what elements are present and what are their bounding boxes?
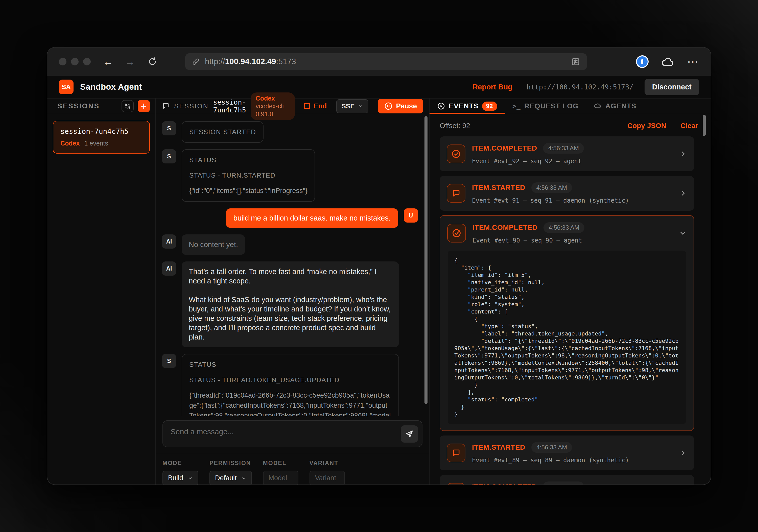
session-list-item[interactable]: session-7un4c7h5 Codex 1 events	[53, 121, 150, 153]
session-label: SESSION	[174, 102, 209, 110]
event-type-icon	[447, 444, 465, 462]
desktop-background: ← → http://100.94.102.49:5173	[0, 0, 758, 532]
variant-input[interactable]: Variant	[310, 471, 345, 485]
copy-json-button[interactable]: Copy JSON	[627, 122, 666, 130]
browser-window: ← → http://100.94.102.49:5173	[47, 47, 711, 485]
event-title: ITEM.COMPLETED	[472, 144, 537, 152]
sessions-sidebar: SESSIONS + session-7un4c7h5	[47, 99, 156, 484]
message-avatar: U	[404, 208, 418, 222]
pause-button[interactable]: Pause	[378, 99, 423, 114]
address-bar[interactable]: http://100.94.102.49:5173	[185, 53, 587, 70]
chat-message: U build me a billion dollar saas. make n…	[162, 208, 418, 228]
refresh-sessions-button[interactable]	[121, 100, 134, 112]
report-bug-link[interactable]: Report Bug	[472, 83, 512, 91]
message-avatar: S	[162, 149, 176, 163]
session-event-count: 1 events	[84, 140, 108, 147]
composer	[156, 416, 429, 447]
tab-request-log[interactable]: >_ REQUEST LOG	[505, 99, 586, 114]
end-session-button[interactable]: End	[304, 102, 327, 110]
send-button[interactable]	[401, 425, 418, 443]
message-title: STATUS	[189, 360, 392, 369]
event-type-icon	[447, 184, 465, 203]
link-icon	[192, 58, 200, 66]
event-card[interactable]: ITEM.COMPLETED 4:56:33 AM Event #evt_88 …	[440, 475, 694, 484]
browser-chrome: ← → http://100.94.102.49:5173	[47, 48, 711, 76]
tab-events[interactable]: EVENTS 92	[430, 99, 505, 114]
event-title: ITEM.COMPLETED	[472, 223, 537, 232]
message-bubble: SESSION STARTED	[182, 121, 263, 143]
message-bubble: build me a billion dollar saas. make no …	[226, 208, 398, 228]
message-input[interactable]	[163, 421, 422, 447]
app-header: SA Sandbox Agent Report Bug http://100.9…	[47, 76, 711, 99]
mode-select[interactable]: Build	[162, 471, 198, 485]
event-card[interactable]: ITEM.STARTED 4:56:33 AM Event #evt_89 — …	[440, 436, 694, 470]
events-scrollbar[interactable]	[703, 115, 706, 136]
message-code: {"threadId":"019c04ad-266b-72c3-83cc-c5e…	[189, 390, 392, 416]
composer-options: MODE Build PERMISSION Default	[156, 454, 429, 484]
permission-select[interactable]: Default	[209, 471, 252, 485]
message-bubble: No content yet.	[182, 234, 245, 255]
message-avatar: AI	[162, 261, 176, 276]
message-subtitle: STATUS - THREAD.TOKEN_USAGE.UPDATED	[189, 375, 392, 385]
new-session-button[interactable]: +	[138, 100, 150, 112]
event-timestamp: 4:56:33 AM	[531, 183, 572, 193]
message-text: No content yet.	[189, 240, 238, 249]
events-count-badge: 92	[482, 102, 497, 111]
check-circle-icon	[451, 149, 461, 159]
event-card[interactable]: ITEM.STARTED 4:56:33 AM Event #evt_91 — …	[440, 176, 694, 211]
event-card[interactable]: ITEM.COMPLETED 4:56:33 AM Event #evt_90 …	[440, 215, 694, 431]
offset-label: Offset: 92	[440, 122, 470, 130]
session-icon	[162, 102, 170, 110]
event-card[interactable]: ITEM.COMPLETED 4:56:33 AM Event #evt_92 …	[440, 136, 694, 171]
back-button[interactable]: ←	[103, 56, 113, 67]
cloud-icon	[594, 102, 602, 110]
chat-message: AI No content yet.	[162, 234, 418, 255]
session-header: SESSION session-7un4c7h5 Codex vcodex-cl…	[156, 99, 429, 114]
message-bubble: STATUS STATUS - THREAD.TOKEN_USAGE.UPDAT…	[182, 354, 399, 416]
message-avatar: S	[162, 121, 176, 135]
event-title: ITEM.COMPLETED	[472, 483, 537, 484]
chat-bubble-icon	[451, 448, 461, 458]
sessions-title: SESSIONS	[57, 102, 100, 110]
event-type-icon	[447, 483, 465, 484]
chat-scrollbar[interactable]	[425, 116, 428, 404]
chat-message: S STATUS STATUS - THREAD.TOKEN_USAGE.UPD…	[162, 354, 418, 416]
chevron-down-icon	[241, 476, 246, 481]
forward-button[interactable]: →	[125, 56, 135, 67]
message-subtitle: STATUS - TURN.STARTED	[189, 171, 307, 180]
minimize-window-button[interactable]	[71, 58, 79, 65]
chevron-down-icon	[358, 103, 363, 109]
password-manager-icon[interactable]	[636, 55, 649, 68]
maximize-window-button[interactable]	[83, 58, 91, 65]
send-icon	[405, 430, 414, 438]
model-input[interactable]: Model	[263, 471, 298, 485]
cloud-icon[interactable]	[661, 56, 675, 67]
event-timestamp: 4:56:33 AM	[543, 143, 584, 153]
event-timestamp: 4:56:33 AM	[543, 222, 584, 233]
panel-tabs: EVENTS 92 >_ REQUEST LOG AGENTS	[430, 99, 711, 114]
chevron-right-icon	[679, 189, 687, 197]
events-list[interactable]: ITEM.COMPLETED 4:56:33 AM Event #evt_92 …	[430, 136, 711, 484]
model-label: MODEL	[263, 460, 298, 467]
chat-bubble-icon	[451, 188, 461, 198]
disconnect-button[interactable]: Disconnect	[644, 79, 699, 95]
event-title: ITEM.STARTED	[472, 443, 525, 451]
tab-agents[interactable]: AGENTS	[586, 99, 644, 114]
clear-events-button[interactable]: Clear	[680, 122, 698, 130]
events-toolbar: Offset: 92 Copy JSON Clear	[430, 114, 711, 136]
close-window-button[interactable]	[59, 58, 66, 65]
message-text: That’s a tall order. To move fast and “m…	[189, 267, 392, 342]
url-text: http://100.94.102.49:5173	[205, 57, 296, 66]
stop-icon	[304, 103, 310, 109]
pause-icon	[384, 102, 393, 110]
event-summary: Event #evt_89 — seq 89 — daemon (synthet…	[472, 457, 670, 464]
reload-button[interactable]	[147, 56, 157, 67]
chat-transcript[interactable]: S SESSION STARTED S S	[156, 114, 429, 416]
message-bubble: That’s a tall order. To move fast and “m…	[182, 261, 399, 347]
transport-select[interactable]: SSE	[336, 99, 368, 113]
session-name: session-7un4c7h5	[60, 127, 142, 136]
message-avatar: AI	[162, 234, 176, 249]
event-type-icon	[447, 224, 466, 243]
event-summary: Event #evt_90 — seq 90 — agent	[472, 237, 669, 244]
reader-settings-icon[interactable]	[571, 57, 580, 66]
